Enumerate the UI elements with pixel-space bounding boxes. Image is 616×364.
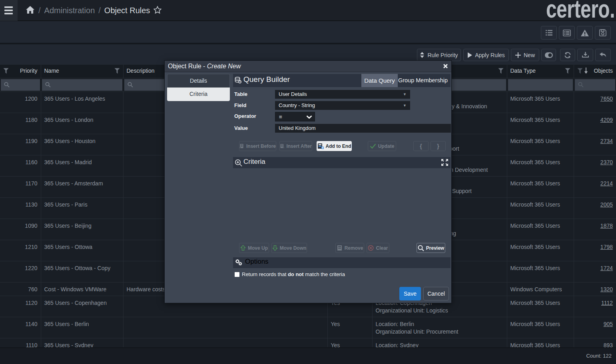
svg-text:?: ? bbox=[239, 80, 241, 83]
